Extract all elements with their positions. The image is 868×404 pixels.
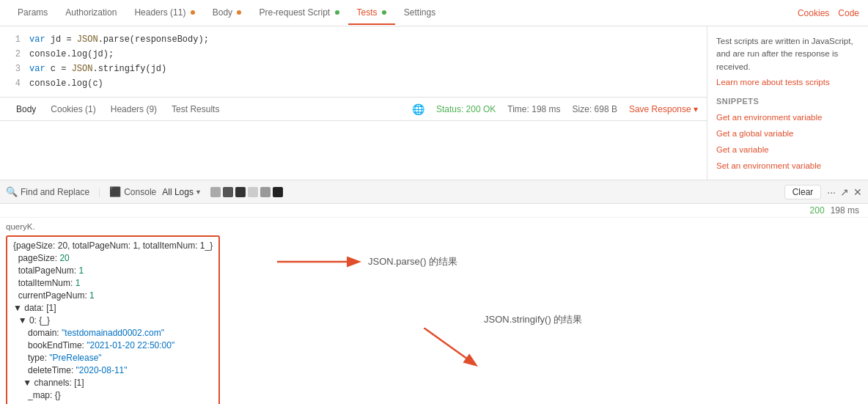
close-icon[interactable]: ✕: [853, 186, 862, 198]
sidebar-learn-link[interactable]: Learn more about tests scripts: [716, 78, 859, 87]
console-main: queryK. {pageSize: 20, totalPageNum: 1, …: [0, 218, 868, 404]
console-label: Console: [124, 187, 156, 197]
json-line-6: ▼ 0: {_}: [13, 315, 213, 327]
json-line-1: pageSize: 20: [13, 252, 213, 265]
editor-section: 1 var jd = JSON.parse(responseBody); 2 c…: [0, 26, 868, 180]
tab-headers[interactable]: Headers (11): [125, 1, 203, 25]
expand-icon[interactable]: ↗: [840, 186, 849, 198]
filter-dot-1[interactable]: [210, 187, 221, 197]
snippets-title: SNIPPETS: [716, 97, 859, 106]
console-button[interactable]: ⬛ Console: [109, 186, 156, 197]
svg-line-1: [424, 328, 475, 364]
json-line-2: totalPageNum: 1: [13, 265, 213, 277]
find-replace-icon: 🔍: [6, 186, 18, 197]
code-text-2: console.log(jd);: [29, 48, 114, 61]
tests-dot: [382, 10, 386, 15]
filter-dot-4[interactable]: [248, 187, 258, 197]
line-num-4: 4: [6, 77, 21, 90]
code-editor[interactable]: 1 var jd = JSON.parse(responseBody); 2 c…: [0, 26, 707, 98]
json-output-box: {pageSize: 20, totalPageNum: 1, totalIte…: [6, 235, 220, 404]
console-status-bar: 200 198 ms: [0, 204, 868, 218]
all-logs-label: All Logs: [162, 187, 194, 197]
snippet-set-env[interactable]: Set an environment variable: [716, 161, 859, 170]
body-dot: [237, 10, 241, 15]
code-text-1: var jd = JSON.parse(responseBody);: [29, 33, 209, 46]
tab-settings[interactable]: Settings: [395, 1, 444, 25]
response-tab-cookies[interactable]: Cookies (1): [43, 101, 103, 117]
console-bar: 🔍 Find and Replace | ⬛ Console All Logs …: [0, 180, 868, 204]
console-output-area: {pageSize: 20, totalPageNum: 1, totalIte…: [6, 232, 862, 404]
snippet-get-var[interactable]: Get a variable: [716, 145, 859, 154]
code-text-4: console.log(c): [29, 77, 103, 90]
response-tab-headers[interactable]: Headers (9): [103, 101, 164, 117]
save-response-btn[interactable]: Save Response ▾: [629, 104, 698, 114]
json-line-11: ▼ channels: [1]: [13, 377, 213, 389]
sidebar-info-text: Test scripts are written in JavaScript, …: [716, 35, 859, 73]
response-tabs-bar: Body Cookies (1) Headers (9) Test Result…: [0, 98, 707, 121]
console-status-time: 198 ms: [831, 205, 859, 216]
json-stringify-label: JSON.stringify() 的结果: [484, 313, 582, 326]
prerequest-dot: [335, 10, 339, 15]
tab-params[interactable]: Params: [9, 1, 56, 25]
code-line-2: 2 console.log(jd);: [0, 47, 707, 62]
json-line-8: bookEndTime: "2021-01-20 22:50:00": [13, 339, 213, 352]
arrow-right-svg-1: [277, 251, 365, 273]
arrow-right-svg-2: [424, 328, 482, 372]
snippet-get-env[interactable]: Get an environment variable: [716, 113, 859, 122]
tab-pre-request[interactable]: Pre-request Script: [250, 1, 347, 25]
cookies-link[interactable]: Cookies: [798, 8, 829, 18]
response-status: 🌐 Status: 200 OK Time: 198 ms Size: 698 …: [412, 103, 698, 115]
chevron-down-icon: ▼: [195, 188, 202, 196]
json-line-0: {pageSize: 20, totalPageNum: 1, totalIte…: [13, 240, 213, 252]
console-status-code: 200: [810, 205, 825, 216]
filter-dot-6[interactable]: [273, 187, 283, 197]
query-line: queryK.: [6, 221, 862, 232]
color-filter-dots: [210, 187, 283, 197]
tab-authorization[interactable]: Authorization: [56, 1, 125, 25]
console-section: 🔍 Find and Replace | ⬛ Console All Logs …: [0, 180, 868, 404]
globe-icon: 🌐: [412, 103, 424, 115]
status-code: Status: 200 OK: [436, 104, 496, 114]
code-link[interactable]: Code: [838, 8, 859, 18]
editor-left: 1 var jd = JSON.parse(responseBody); 2 c…: [0, 26, 707, 180]
code-line-4: 4 console.log(c): [0, 76, 707, 91]
code-text-3: var c = JSON.stringify(jd): [29, 62, 166, 76]
all-logs-button[interactable]: All Logs ▼: [162, 187, 202, 197]
response-time: Time: 198 ms: [507, 104, 560, 114]
response-tab-body[interactable]: Body: [9, 101, 43, 117]
console-scroll-area[interactable]: queryK. {pageSize: 20, totalPageNum: 1, …: [0, 218, 868, 404]
right-sidebar: Test scripts are written in JavaScript, …: [707, 26, 868, 180]
json-parse-annotation: JSON.parse() 的结果: [277, 251, 457, 273]
response-tab-test-results[interactable]: Test Results: [164, 101, 227, 117]
line-num-1: 1: [6, 33, 21, 46]
console-right-actions: Clear ··· ↗ ✕: [784, 185, 862, 199]
line-num-2: 2: [6, 48, 21, 61]
clear-button[interactable]: Clear: [784, 185, 822, 199]
top-right-links: Cookies Code: [798, 8, 859, 18]
headers-dot: [191, 10, 195, 15]
filter-dot-5[interactable]: [260, 187, 271, 197]
json-line-3: totalItemNum: 1: [13, 277, 213, 290]
tab-tests[interactable]: Tests: [348, 1, 395, 25]
json-line-7: domain: "testdomainadd0002.com": [13, 327, 213, 339]
json-line-10: deleteTime: "2020-08-11": [13, 364, 213, 377]
code-line-3: 3 var c = JSON.stringify(jd): [0, 62, 707, 76]
snippet-get-global[interactable]: Get a global variable: [716, 129, 859, 138]
json-line-12: _map: {}: [13, 389, 213, 402]
console-icon: ⬛: [109, 186, 121, 197]
console-extra-actions: ··· ↗ ✕: [827, 186, 862, 198]
more-options-icon[interactable]: ···: [827, 186, 836, 198]
json-parse-label: JSON.parse() 的结果: [368, 255, 457, 268]
line-num-3: 3: [6, 62, 21, 76]
response-size: Size: 698 B: [573, 104, 617, 114]
json-stringify-annotation: JSON.stringify() 的结果: [424, 328, 482, 372]
json-line-4: currentPageNum: 1: [13, 290, 213, 302]
find-replace-label: Find and Replace: [21, 187, 89, 197]
json-line-9: type: "PreRelease": [13, 352, 213, 364]
filter-dot-3[interactable]: [235, 187, 246, 197]
top-tabs-bar: Params Authorization Headers (11) Body P…: [0, 0, 868, 26]
tab-body[interactable]: Body: [204, 1, 251, 25]
code-line-1: 1 var jd = JSON.parse(responseBody);: [0, 32, 707, 47]
find-replace-button[interactable]: 🔍 Find and Replace: [6, 186, 89, 197]
filter-dot-2[interactable]: [223, 187, 233, 197]
